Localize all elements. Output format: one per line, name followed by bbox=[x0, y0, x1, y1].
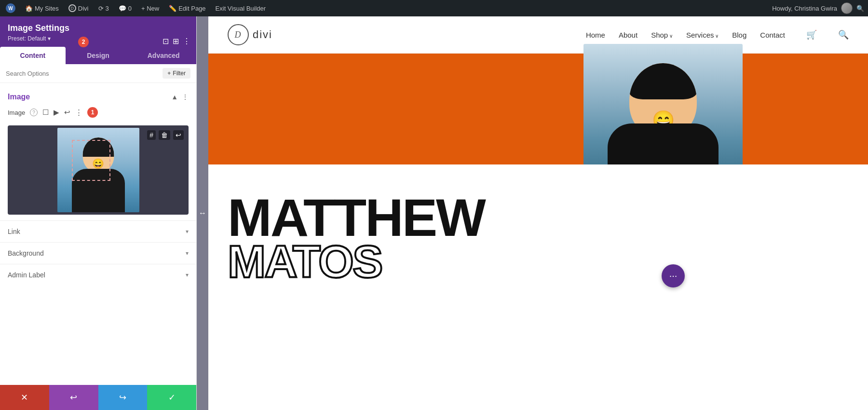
cancel-button[interactable]: ✕ bbox=[0, 385, 49, 410]
smile-icon: 😄 bbox=[92, 158, 104, 169]
howdy-label: Howdy, Christina Gwira bbox=[772, 5, 837, 12]
link-section[interactable]: Link ▾ bbox=[0, 220, 196, 242]
karma-icon: ⟳ bbox=[98, 5, 104, 12]
badge-2: 2 bbox=[78, 37, 89, 47]
head-shape: 😄 bbox=[82, 137, 114, 172]
preset-chevron-icon: ▾ bbox=[48, 35, 51, 42]
refresh-overlay-icon[interactable]: ↩ bbox=[173, 130, 184, 140]
preset-label: Preset: Default bbox=[8, 35, 46, 42]
large-hair bbox=[629, 63, 697, 99]
nav-shop[interactable]: Shop bbox=[651, 31, 673, 39]
sidebar: Image Settings Preset: Default ▾ 2 ⊡ ⊞ ⋮… bbox=[0, 16, 197, 410]
trash-overlay-icon[interactable]: 🗑 bbox=[159, 130, 170, 140]
cancel-icon: ✕ bbox=[21, 392, 28, 403]
cursor-icon[interactable]: ▶ bbox=[54, 108, 59, 117]
admin-bar: W 🏠 My Sites D Divi ⟳ 3 💬 0 + New ✏️ Edi… bbox=[0, 0, 868, 16]
hero-content: 😄 bbox=[208, 54, 868, 164]
nav-blog[interactable]: Blog bbox=[732, 31, 746, 39]
filter-button[interactable]: + Filter bbox=[163, 68, 190, 79]
site-nav: D divi Home About Shop Services Blog Con… bbox=[208, 16, 868, 54]
columns-icon[interactable]: ⊞ bbox=[173, 37, 179, 46]
undo-icon: ↩ bbox=[70, 392, 77, 403]
divi-label: Divi bbox=[78, 5, 89, 12]
site-logo: D divi bbox=[228, 24, 272, 45]
fab-icon: ··· bbox=[669, 270, 678, 281]
sidebar-title: Image Settings bbox=[8, 23, 189, 33]
collapse-icon[interactable]: ▲ bbox=[171, 93, 178, 101]
fab-button[interactable]: ··· bbox=[662, 264, 685, 287]
nav-home[interactable]: Home bbox=[586, 31, 605, 39]
resize-arrows-icon: ↔ bbox=[199, 209, 206, 218]
mobile-icon[interactable]: ☐ bbox=[42, 108, 49, 117]
logo-circle: D bbox=[228, 24, 249, 45]
karma-item[interactable]: ⟳ 3 bbox=[96, 0, 111, 16]
background-section[interactable]: Background ▾ bbox=[0, 242, 196, 264]
filter-plus-icon: + bbox=[167, 70, 171, 77]
search-input[interactable] bbox=[6, 70, 159, 77]
more-control-icon[interactable]: ⋮ bbox=[75, 108, 82, 117]
edit-page-label: Edit Page bbox=[178, 5, 205, 12]
undo-small-icon[interactable]: ↩ bbox=[64, 108, 70, 117]
save-button[interactable]: ✓ bbox=[147, 385, 196, 410]
page-content: D divi Home About Shop Services Blog Con… bbox=[208, 16, 868, 410]
image-section-header: Image ▲ ⋮ bbox=[0, 89, 196, 104]
exit-builder-item[interactable]: Exit Visual Builder bbox=[214, 0, 268, 16]
resize-handle[interactable]: ↔ bbox=[197, 16, 208, 410]
new-label: + New bbox=[141, 5, 159, 12]
sidebar-bottom: ✕ ↩ ↪ ✓ bbox=[0, 385, 196, 410]
new-item[interactable]: + New bbox=[139, 0, 161, 16]
image-controls: Image ? ☐ ▶ ↩ ⋮ 1 bbox=[0, 104, 196, 125]
wp-icon: W bbox=[6, 3, 15, 13]
section-more-icon[interactable]: ⋮ bbox=[182, 93, 189, 101]
nav-contact[interactable]: Contact bbox=[760, 31, 785, 39]
sidebar-tabs: Content Design Advanced bbox=[0, 47, 196, 64]
resize-icon[interactable]: ⊡ bbox=[163, 37, 169, 46]
sidebar-header-icons: ⊡ ⊞ ⋮ bbox=[163, 37, 196, 46]
tab-design[interactable]: Design bbox=[66, 47, 131, 64]
image-preview-inner: 😄 # 🗑 ↩ bbox=[8, 125, 189, 215]
control-row: Image ? ☐ ▶ ↩ ⋮ 1 bbox=[8, 107, 189, 118]
more-icon[interactable]: ⋮ bbox=[183, 37, 190, 46]
help-icon[interactable]: ? bbox=[30, 109, 38, 116]
link-chevron-icon: ▾ bbox=[186, 228, 189, 235]
comments-count: 0 bbox=[128, 5, 132, 12]
hair-shape bbox=[82, 137, 114, 157]
nav-services[interactable]: Services bbox=[686, 31, 719, 39]
admin-label-label: Admin Label bbox=[8, 271, 45, 279]
preset-line: Preset: Default ▾ bbox=[8, 35, 189, 42]
search-nav-icon[interactable]: 🔍 bbox=[838, 29, 849, 40]
link-label: Link bbox=[8, 228, 20, 235]
image-preview-area[interactable]: 😄 # 🗑 ↩ bbox=[8, 125, 189, 215]
tab-content[interactable]: Content bbox=[0, 47, 66, 64]
pencil-icon: ✏️ bbox=[169, 5, 176, 12]
comments-icon: 💬 bbox=[119, 5, 126, 12]
image-label: Image bbox=[8, 109, 25, 116]
search-icon[interactable]: 🔍 bbox=[856, 5, 864, 12]
section-icons: ▲ ⋮ bbox=[171, 93, 189, 101]
grid-overlay-icon[interactable]: # bbox=[147, 130, 156, 140]
edit-page-item[interactable]: ✏️ Edit Page bbox=[167, 0, 207, 16]
nav-items: Home About Shop Services Blog Contact 🛒 … bbox=[586, 29, 849, 40]
image-section-title: Image bbox=[8, 93, 30, 101]
undo-button[interactable]: ↩ bbox=[49, 385, 98, 410]
nav-about[interactable]: About bbox=[619, 31, 637, 39]
redo-button[interactable]: ↪ bbox=[98, 385, 148, 410]
admin-label-section[interactable]: Admin Label ▾ bbox=[0, 264, 196, 286]
avatar bbox=[841, 2, 853, 14]
comments-item[interactable]: 💬 0 bbox=[117, 0, 134, 16]
divi-item[interactable]: D Divi bbox=[67, 0, 91, 16]
cart-icon[interactable]: 🛒 bbox=[806, 29, 817, 40]
background-label: Background bbox=[8, 249, 44, 257]
tab-advanced[interactable]: Advanced bbox=[131, 47, 196, 64]
first-name: MATTHEW bbox=[228, 193, 849, 241]
divi-circle-icon: D bbox=[68, 4, 76, 12]
person-preview-image: 😄 bbox=[57, 128, 139, 212]
logo-letter: D bbox=[235, 30, 242, 40]
wp-logo-item[interactable]: W bbox=[4, 0, 17, 16]
search-bar: + Filter bbox=[0, 64, 196, 83]
home-icon: 🏠 bbox=[25, 5, 33, 12]
badge-1: 1 bbox=[87, 107, 98, 118]
filter-label: Filter bbox=[173, 70, 186, 77]
karma-count: 3 bbox=[106, 5, 109, 12]
my-sites-item[interactable]: 🏠 My Sites bbox=[23, 0, 61, 16]
